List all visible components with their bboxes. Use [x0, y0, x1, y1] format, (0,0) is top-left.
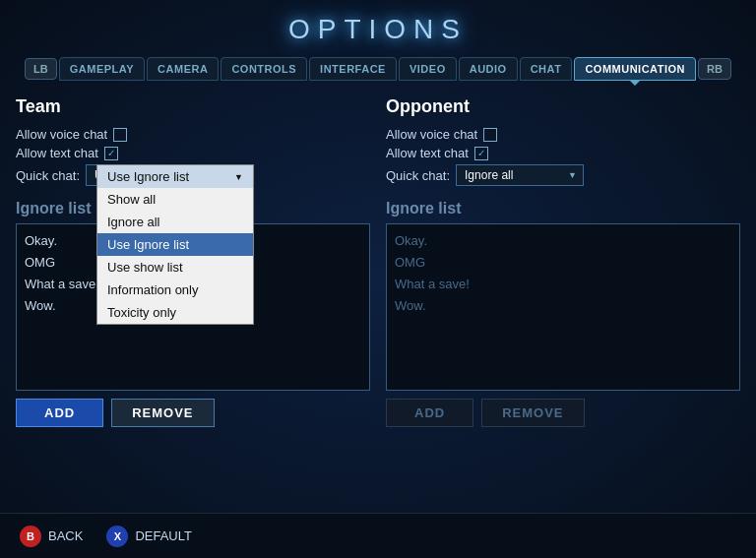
- tab-controls[interactable]: CONTROLS: [220, 57, 307, 81]
- team-quick-chat-label: Quick chat:: [16, 168, 80, 183]
- dropdown-option-use-ignore[interactable]: Use Ignore list: [97, 233, 253, 256]
- opponent-ignore-list-box: Okay. OMG What a save! Wow.: [386, 223, 740, 391]
- list-item: What a save!: [395, 274, 731, 295]
- tab-camera[interactable]: CAMERA: [147, 57, 219, 81]
- opponent-allow-text-row: Allow text chat: [386, 146, 740, 160]
- team-dropdown-open: Use Ignore list Show all Ignore all Use …: [96, 164, 254, 325]
- tab-communication[interactable]: COMMUNICATION: [574, 57, 696, 81]
- opponent-panel: Opponent Allow voice chat Allow text cha…: [386, 96, 740, 509]
- dropdown-option-info-only[interactable]: Information only: [97, 279, 253, 301]
- dropdown-option-toxicity-only[interactable]: Toxicity only: [97, 301, 253, 324]
- opponent-add-button: ADD: [386, 399, 473, 427]
- team-allow-text-row: Allow text chat: [16, 146, 370, 160]
- nav-bar: LB GAMEPLAY CAMERA CONTROLS INTERFACE VI…: [0, 57, 756, 81]
- team-quick-chat-row: Quick chat: Use Ignore list Use Ignore l…: [16, 164, 370, 186]
- nav-lb-button[interactable]: LB: [25, 58, 57, 80]
- opponent-remove-button: REMOVE: [481, 399, 584, 427]
- main-content: Team Allow voice chat Allow text chat Qu…: [16, 96, 740, 509]
- default-label: DEFAULT: [135, 528, 192, 543]
- list-item: OMG: [395, 252, 731, 274]
- back-label: BACK: [48, 528, 83, 543]
- opponent-quick-chat-row: Quick chat: Ignore all: [386, 164, 740, 186]
- opponent-quick-chat-label: Quick chat:: [386, 168, 450, 183]
- default-button[interactable]: X DEFAULT: [106, 526, 192, 547]
- opponent-ignore-list-label: Ignore list: [386, 200, 740, 217]
- team-allow-text-label: Allow text chat: [16, 146, 98, 160]
- opponent-allow-voice-row: Allow voice chat: [386, 127, 740, 142]
- team-allow-text-checkbox[interactable]: [104, 147, 118, 160]
- tab-video[interactable]: VIDEO: [399, 57, 457, 81]
- back-icon: B: [20, 526, 41, 547]
- page-title: OPTIONS: [0, 14, 756, 45]
- opponent-allow-voice-checkbox[interactable]: [483, 128, 497, 142]
- tab-interface[interactable]: INTERFACE: [309, 57, 397, 81]
- opponent-panel-title: Opponent: [386, 96, 740, 117]
- dropdown-option-ignore-all[interactable]: Ignore all: [97, 211, 253, 233]
- opponent-allow-text-label: Allow text chat: [386, 146, 469, 160]
- team-add-button[interactable]: ADD: [16, 399, 103, 427]
- team-allow-voice-checkbox[interactable]: [113, 128, 127, 142]
- tab-gameplay[interactable]: GAMEPLAY: [59, 57, 145, 81]
- opponent-allow-text-checkbox[interactable]: [474, 147, 488, 160]
- team-panel-title: Team: [16, 96, 370, 117]
- dropdown-option-use-show[interactable]: Use show list: [97, 256, 253, 279]
- team-panel: Team Allow voice chat Allow text chat Qu…: [16, 96, 370, 509]
- nav-rb-button[interactable]: RB: [698, 58, 731, 80]
- opponent-quick-chat-dropdown[interactable]: Ignore all: [456, 164, 584, 186]
- back-button[interactable]: B BACK: [20, 526, 83, 547]
- bottom-bar: B BACK X DEFAULT: [0, 513, 756, 558]
- team-allow-voice-label: Allow voice chat: [16, 127, 107, 142]
- list-item: Okay.: [395, 230, 731, 252]
- tab-chat[interactable]: CHAT: [520, 57, 573, 81]
- list-item: Wow.: [395, 295, 731, 317]
- team-btn-row: ADD REMOVE: [16, 399, 370, 427]
- tab-audio[interactable]: AUDIO: [459, 57, 518, 81]
- dropdown-option-show-all[interactable]: Show all: [97, 188, 253, 211]
- opponent-allow-voice-label: Allow voice chat: [386, 127, 477, 142]
- dropdown-option-header[interactable]: Use Ignore list: [97, 165, 253, 188]
- team-remove-button[interactable]: REMOVE: [111, 399, 214, 427]
- default-icon: X: [106, 526, 128, 547]
- opponent-btn-row: ADD REMOVE: [386, 399, 740, 427]
- team-allow-voice-row: Allow voice chat: [16, 127, 370, 142]
